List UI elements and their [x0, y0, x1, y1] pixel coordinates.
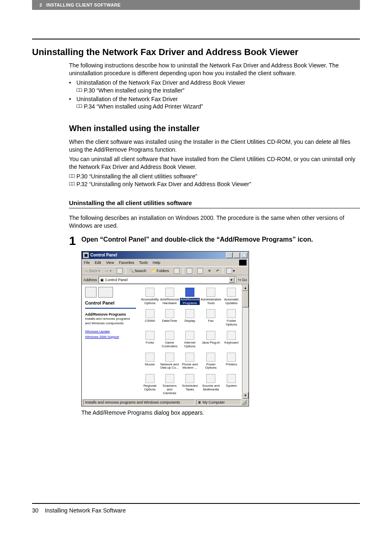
undo-icon[interactable]: ↶ [214, 267, 221, 275]
page-footer: 30 Installing Network Fax Software [32, 507, 360, 514]
cp-item-regional-options[interactable]: Regional Options [140, 374, 160, 395]
cp-item-label: Fonts [146, 341, 154, 345]
cp-item-icon [185, 331, 194, 340]
cp-item-game-controllers[interactable]: Game Controllers [160, 331, 180, 349]
arp-title: Add/Remove Programs [85, 312, 136, 317]
cp-item-keyboard[interactable]: Keyboard [221, 331, 241, 349]
step-number: 1 [69, 235, 81, 247]
cp-item-icon [145, 309, 154, 318]
cp-item-display[interactable]: Display [180, 309, 200, 327]
status-zone: 🖥 My Computer [196, 399, 241, 405]
cp-item-administrative-tools[interactable]: Administrative Tools [200, 288, 221, 305]
book-icon [76, 88, 82, 92]
cp-item-scheduled-tasks[interactable]: Scheduled Tasks [180, 374, 200, 395]
address-label: Address [83, 277, 97, 282]
history-button[interactable] [172, 267, 181, 275]
status-text: Installs and removes programs and Window… [83, 399, 195, 405]
cp-item-icon [227, 288, 236, 297]
cp-item-label: Phone and Modem ... [180, 363, 200, 370]
cp-item-icon [165, 309, 174, 318]
control-panel-icon [85, 287, 97, 298]
cp-item-mouse[interactable]: Mouse [140, 353, 160, 370]
cp-item-fonts[interactable]: Fonts [140, 331, 160, 349]
cp-item-network-and-dial-up-co[interactable]: Network and Dial-up Co... [160, 353, 180, 370]
menu-tools[interactable]: Tools [139, 260, 148, 265]
cp-item-icon [185, 353, 194, 362]
window-titlebar[interactable]: ▣ Control Panel _ □ × [82, 252, 249, 259]
cp-item-icon [227, 331, 236, 340]
close-button[interactable]: × [241, 252, 247, 258]
cp-item-label: Scheduled Tasks [180, 384, 200, 392]
folder-icon [98, 287, 113, 298]
cp-item-label: Folder Options [222, 319, 241, 327]
maximize-button[interactable]: □ [233, 252, 240, 258]
cp-item-icon [206, 288, 215, 297]
forward-button[interactable]: ⇨ ▾ [104, 267, 113, 275]
chapter-header: 2 INSTALLING CLIENT SOFTWARE [32, 0, 360, 10]
cp-item-printers[interactable]: Printers [221, 353, 241, 370]
cp-item-scanners-and-cameras[interactable]: Scanners and Cameras [160, 374, 180, 395]
cp-item-label: Printers [226, 363, 237, 367]
step: 1 Open “Control Panel” and double-click … [69, 235, 360, 247]
cp-item-label: Keyboard [224, 341, 238, 345]
cp-item-icon [206, 353, 215, 362]
cp-item-date-time[interactable]: Date/Time [160, 309, 180, 327]
resize-grip[interactable] [242, 399, 247, 405]
search-button[interactable]: 🔍 Search [128, 267, 148, 275]
cp-item-icon [206, 374, 215, 383]
menu-file[interactable]: File [84, 260, 90, 265]
cp-item-accessibility-options[interactable]: Accessibility Options [140, 288, 160, 305]
cp-item-power-options[interactable]: Power Options [200, 353, 221, 370]
cp-item-icon [145, 374, 154, 383]
menu-help[interactable]: Help [152, 260, 160, 265]
cp-item-csnw[interactable]: CSNW [140, 309, 160, 327]
cp-item-system[interactable]: System [221, 374, 241, 395]
page-title: Uninstalling the Network Fax Driver and … [32, 47, 360, 58]
link-windows-update[interactable]: Windows Update [85, 330, 136, 334]
cp-item-folder-options[interactable]: Folder Options [221, 309, 241, 327]
cp-item-icon [145, 353, 154, 362]
menu-edit[interactable]: Edit [95, 260, 101, 265]
cp-item-add-remove-hardware[interactable]: Add/Remove Hardware [160, 288, 180, 305]
cp-item-icon [185, 309, 194, 318]
scroll-down-button[interactable]: ▾ [242, 392, 249, 399]
subsection-para: The following describes an installation … [69, 214, 360, 230]
move-to-icon[interactable] [185, 267, 194, 275]
cp-item-label: Java Plug-in [202, 341, 220, 345]
cp-item-label: Automatic Updates [222, 298, 241, 305]
cp-item-icon [206, 309, 215, 318]
left-pane-title: Control Panel [85, 300, 136, 306]
address-dropdown-icon[interactable]: ▾ [229, 277, 235, 283]
cp-item-fax[interactable]: Fax [200, 309, 221, 327]
address-field[interactable]: ▣ Control Panel ▾ [99, 276, 236, 284]
up-button[interactable] [115, 267, 124, 275]
cp-item-label: Sounds and Multimedia [201, 384, 221, 392]
minimize-button[interactable]: _ [226, 252, 233, 258]
cp-item-add-remove-programs[interactable]: Add/Remove Programs [180, 288, 200, 305]
scroll-up-button[interactable]: ▴ [242, 284, 249, 291]
cp-item-icon [185, 374, 194, 383]
copy-to-icon[interactable] [196, 267, 205, 275]
footer-text: Installing Network Fax Software [45, 507, 126, 514]
bullet-ref: P.30 “When installed using the installer… [84, 87, 184, 95]
delete-icon[interactable]: ✕ [206, 267, 213, 275]
window-title: Control Panel [90, 252, 117, 258]
cp-item-java-plug-in[interactable]: Java Plug-in [200, 331, 221, 349]
menu-favorites[interactable]: Favorites [119, 260, 134, 265]
scroll-thumb[interactable] [242, 291, 249, 307]
cp-item-automatic-updates[interactable]: Automatic Updates [221, 288, 241, 305]
footer-rule [32, 503, 360, 504]
link-windows-2000-support[interactable]: Windows 2000 Support [85, 335, 136, 339]
cp-item-icon [165, 353, 174, 362]
cp-item-label: Administrative Tools [201, 298, 221, 305]
cp-item-internet-options[interactable]: Internet Options [180, 331, 200, 349]
menu-view[interactable]: View [106, 260, 114, 265]
cp-item-sounds-and-multimedia[interactable]: Sounds and Multimedia [200, 374, 221, 395]
vertical-scrollbar[interactable]: ▴ ▾ [242, 284, 249, 399]
back-button[interactable]: ⇦ Back ▾ [83, 267, 102, 275]
go-button[interactable]: ↪ Go [238, 277, 247, 282]
cp-item-phone-and-modem[interactable]: Phone and Modem ... [180, 353, 200, 370]
folders-button[interactable]: 📁 Folders [150, 267, 171, 275]
cp-item-label: Power Options [201, 363, 221, 370]
views-icon[interactable]: ▾ [225, 267, 237, 275]
